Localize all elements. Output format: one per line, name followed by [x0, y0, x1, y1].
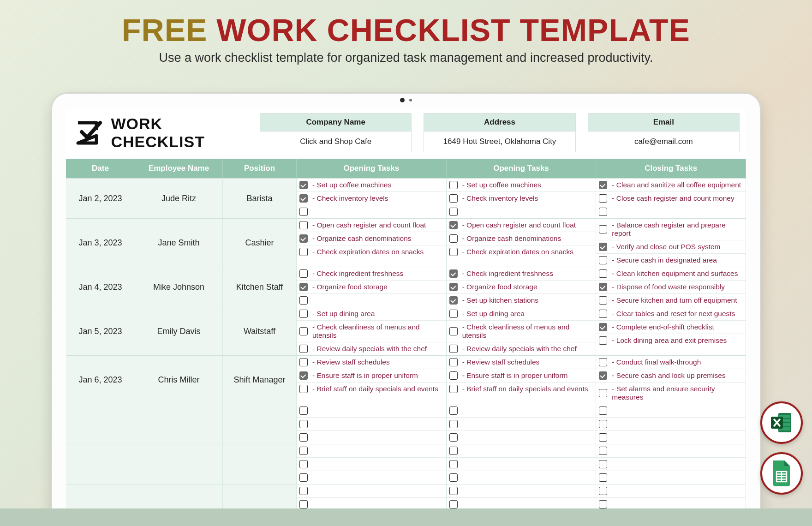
opening2-cell [447, 444, 597, 484]
checkbox-icon[interactable] [599, 460, 607, 468]
checkbox-icon[interactable] [449, 371, 458, 380]
checkbox-icon[interactable] [599, 269, 607, 278]
checkbox-icon[interactable] [299, 433, 308, 442]
checkbox-icon[interactable] [599, 296, 607, 305]
closing-cell: - Balance cash register and prepare repo… [596, 219, 746, 267]
checkbox-icon[interactable] [449, 181, 458, 189]
meta-email: Email cafe@email.com [588, 113, 740, 152]
checkbox-icon[interactable] [299, 234, 308, 243]
task-line: - Check ingredient freshness [447, 267, 596, 281]
checkbox-icon[interactable] [599, 323, 607, 331]
checkbox-icon[interactable] [449, 310, 458, 318]
task-text: - Organize cash denominations [312, 234, 412, 243]
checkbox-icon[interactable] [449, 358, 458, 366]
task-text: - Dispose of food waste responsibly [612, 283, 725, 291]
checkbox-icon[interactable] [299, 221, 308, 229]
sheets-badge[interactable] [760, 452, 803, 495]
checkbox-icon[interactable] [449, 433, 458, 442]
checkbox-icon[interactable] [599, 194, 607, 203]
checkbox-icon[interactable] [449, 487, 458, 495]
checkbox-icon[interactable] [299, 487, 308, 495]
task-line [447, 418, 596, 431]
checkbox-icon[interactable] [299, 296, 308, 305]
checkbox-icon[interactable] [299, 460, 308, 468]
checkbox-icon[interactable] [299, 358, 308, 366]
checkbox-icon[interactable] [449, 194, 458, 203]
checkbox-icon[interactable] [299, 194, 308, 203]
task-line [447, 484, 596, 498]
checkbox-icon[interactable] [449, 208, 458, 216]
task-text: - Set alarms and ensure security measure… [612, 385, 742, 401]
checkbox-icon[interactable] [599, 500, 607, 508]
task-text: - Clear tables and reset for next guests [612, 310, 735, 318]
checkbox-icon[interactable] [599, 283, 607, 291]
opening2-cell: - Check ingredient freshness- Organize f… [447, 267, 597, 307]
checkbox-icon[interactable] [299, 181, 308, 189]
checkbox-icon[interactable] [299, 269, 308, 278]
date-cell: Jan 3, 2023 [66, 219, 135, 267]
checkbox-icon[interactable] [299, 473, 308, 482]
task-line: - Open cash register and count float [297, 219, 446, 232]
checkbox-icon[interactable] [449, 500, 458, 508]
checkbox-icon[interactable] [449, 234, 458, 243]
checkbox-icon[interactable] [449, 296, 458, 305]
checkbox-icon[interactable] [299, 345, 308, 353]
tablet-camera [52, 94, 760, 107]
checkbox-icon[interactable] [449, 406, 458, 415]
checkbox-icon[interactable] [449, 283, 458, 291]
checkbox-icon[interactable] [449, 460, 458, 468]
task-line: - Review daily specials with the chef [297, 342, 446, 355]
task-line: - Ensure staff is in proper uniform [447, 369, 596, 383]
task-line: - Organize food storage [447, 281, 596, 294]
checkbox-icon[interactable] [599, 447, 607, 455]
checkbox-icon[interactable] [449, 345, 458, 353]
google-sheets-icon [770, 460, 793, 487]
checkbox-icon[interactable] [599, 256, 607, 264]
checkbox-icon[interactable] [299, 327, 308, 335]
checkbox-icon[interactable] [299, 248, 308, 256]
checkbox-icon[interactable] [599, 225, 607, 233]
checkbox-icon[interactable] [299, 385, 308, 393]
checkbox-icon[interactable] [449, 385, 458, 393]
checkbox-icon[interactable] [299, 310, 308, 318]
checkbox-icon[interactable] [299, 500, 308, 508]
task-text: - Brief staff on daily specials and even… [462, 385, 588, 393]
checkbox-icon[interactable] [449, 327, 458, 335]
checkbox-icon[interactable] [599, 243, 607, 251]
closing-cell: - Clean and sanitize all coffee equipmen… [596, 179, 746, 219]
checkbox-icon[interactable] [449, 420, 458, 428]
checkbox-icon[interactable] [449, 447, 458, 455]
checkbox-icon[interactable] [299, 447, 308, 455]
checkbox-icon[interactable] [599, 358, 607, 366]
checkbox-icon[interactable] [599, 473, 607, 482]
task-text: - Balance cash register and prepare repo… [612, 221, 742, 238]
task-line [297, 418, 446, 431]
checkbox-icon[interactable] [449, 248, 458, 256]
task-line [297, 205, 446, 218]
opening1-cell: - Check ingredient freshness- Organize f… [297, 267, 447, 307]
excel-badge[interactable] [760, 401, 803, 444]
checkbox-icon[interactable] [599, 433, 607, 442]
checkbox-icon[interactable] [599, 371, 607, 380]
checkbox-icon[interactable] [599, 310, 607, 318]
checkbox-icon[interactable] [449, 269, 458, 278]
meta-address: Address 1649 Hott Street, Oklahoma City [424, 113, 575, 152]
checkbox-icon[interactable] [299, 406, 308, 415]
checkbox-icon[interactable] [599, 181, 607, 189]
opening2-cell: - Review staff schedules- Ensure staff i… [447, 356, 597, 404]
position-cell: Kitchen Staff [223, 267, 297, 307]
checkbox-icon[interactable] [599, 420, 607, 428]
checkbox-icon[interactable] [449, 221, 458, 229]
checkbox-icon[interactable] [599, 208, 607, 216]
checkbox-icon[interactable] [599, 406, 607, 415]
checkbox-icon[interactable] [299, 420, 308, 428]
checkbox-icon[interactable] [299, 283, 308, 291]
meta-company-label: Company Name [260, 114, 411, 132]
checkbox-icon[interactable] [599, 487, 607, 495]
checkbox-icon[interactable] [299, 208, 308, 216]
title-word-free: FREE [122, 12, 207, 48]
checkbox-icon[interactable] [599, 389, 607, 397]
checkbox-icon[interactable] [599, 336, 607, 345]
checkbox-icon[interactable] [299, 371, 308, 380]
checkbox-icon[interactable] [449, 473, 458, 482]
